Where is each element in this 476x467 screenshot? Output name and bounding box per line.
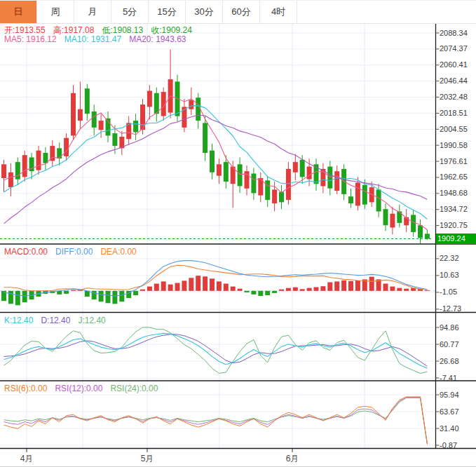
legend-label: K:: [4, 316, 12, 325]
legend-item: DEA:0.00: [100, 247, 136, 257]
axis-tick-label: 26.68: [440, 357, 475, 365]
legend-label: J:: [78, 316, 84, 325]
legend-label: MA10:: [64, 34, 91, 44]
axis-tick-label: 2074.37: [440, 44, 475, 53]
axis-tick-label: 1948.68: [440, 189, 475, 197]
tab-7[interactable]: 60分: [223, 1, 260, 23]
timeframe-tab-bar: 日周月5分15分30分60分4时: [0, 1, 476, 24]
axis-tick-label: 63.67: [440, 407, 475, 416]
axis-tick-label: 2004.55: [440, 125, 475, 133]
month-label: 6月: [280, 453, 304, 465]
legend-value: 1916.12: [26, 34, 56, 44]
tab-6[interactable]: 30分: [186, 1, 223, 23]
legend-item: RSI(12):0.00: [55, 384, 102, 393]
trading-chart-app: 日周月5分15分30分60分4时 开:1913.55高:1917.08低:190…: [0, 0, 476, 467]
legend-label: DEA:: [100, 247, 120, 257]
axis-tick-label: -0.87: [440, 441, 475, 449]
axis-tick-label: 1934.72: [440, 205, 475, 213]
tab-5[interactable]: 15分: [149, 1, 186, 23]
ma20-line: [4, 115, 428, 224]
axis-tick-label: 2060.41: [440, 60, 475, 69]
legend-value: 0.00: [120, 247, 136, 257]
last-price-badge: 1909.24: [436, 234, 476, 244]
legend-value: 0.00: [31, 384, 47, 393]
legend-label: MA20:: [129, 34, 156, 44]
axis-tick-label: 95.94: [440, 391, 475, 399]
axis-tick-label: 2018.51: [440, 109, 475, 117]
axis-tick-label: 10.63: [440, 271, 475, 279]
legend-label: DIFF:: [55, 247, 76, 257]
kdj-legend: K:12.40D:12.40J:12.40: [4, 316, 114, 325]
legend-value: 1913.55: [15, 25, 45, 35]
legend-value: 0.00: [76, 247, 93, 257]
rsi-legend: RSI(6):0.00RSI(12):0.00RSI(24):0.00: [4, 384, 165, 393]
axis-tick-label: -1.05: [440, 287, 475, 296]
legend-label: 收:: [151, 25, 161, 35]
ma-legend: MA5: 1916.12MA10: 1931.47MA20: 1943.63: [4, 34, 194, 44]
legend-item: DIFF:0.00: [55, 247, 93, 257]
axis-tick-label: 22.32: [440, 254, 475, 262]
legend-label: RSI(6):: [4, 384, 31, 393]
legend-item: RSI(24):0.00: [110, 384, 158, 393]
macd-legend: MACD:0.00DIFF:0.00DEA:0.00: [4, 247, 144, 257]
legend-item: MA20: 1943.63: [129, 34, 186, 44]
macd-layer: [0, 261, 435, 306]
legend-value: 1943.63: [156, 34, 186, 44]
axis-tick-label: 1976.61: [440, 157, 475, 165]
axis-tick-label: 1920.75: [440, 221, 475, 229]
axis-tick-label: 94.86: [440, 323, 475, 332]
axis-tick-label: 1962.65: [440, 172, 475, 181]
legend-label: 开:: [4, 25, 15, 35]
legend-label: MACD:: [4, 247, 32, 257]
rsi6-line: [4, 397, 428, 445]
axis-tick-label: 31.40: [440, 424, 475, 433]
legend-label: RSI(12):: [55, 384, 86, 393]
month-label: 5月: [135, 453, 159, 465]
legend-item: 收:1909.24: [151, 25, 192, 35]
legend-item: D:12.40: [41, 316, 70, 325]
d-line: [4, 334, 428, 367]
rsi-layer: [4, 397, 428, 445]
legend-value: 1909.24: [162, 25, 192, 35]
legend-value: 1908.13: [113, 25, 143, 35]
legend-value: 12.40: [85, 316, 106, 325]
legend-value: 1917.08: [64, 25, 94, 35]
legend-item: K:12.40: [4, 316, 33, 325]
legend-value: 12.40: [12, 316, 33, 325]
legend-item: RSI(6):0.00: [4, 384, 47, 393]
legend-value: 12.40: [49, 316, 70, 325]
axis-tick-label: 2088.34: [440, 29, 475, 37]
tab-1[interactable]: 日: [0, 1, 37, 23]
legend-item: 低:1908.13: [102, 25, 143, 35]
panel-separators: [0, 23, 476, 467]
tab-2[interactable]: 周: [37, 1, 74, 23]
tab-3[interactable]: 月: [74, 1, 111, 23]
legend-label: D:: [41, 316, 49, 325]
legend-value: 1931.47: [91, 34, 121, 44]
legend-item: 开:1913.55: [4, 25, 46, 35]
axis-tick-label: -7.41: [440, 374, 475, 382]
legend-item: 高:1917.08: [53, 25, 95, 35]
axis-tick-label: -12.73: [440, 304, 475, 313]
legend-item: MACD:0.00: [4, 247, 48, 257]
legend-value: 0.00: [86, 384, 102, 393]
axis-tick-label: 2046.44: [440, 76, 475, 85]
tab-4[interactable]: 5分: [111, 1, 149, 23]
legend-label: MA5:: [4, 34, 26, 44]
candlestick-layer: [1, 50, 430, 244]
legend-item: MA10: 1931.47: [64, 34, 121, 44]
tab-8[interactable]: 4时: [260, 1, 297, 23]
legend-label: RSI(24):: [110, 384, 142, 393]
axis-tick-label: 1990.58: [440, 141, 475, 149]
legend-value: 0.00: [32, 247, 48, 257]
legend-label: 低:: [102, 25, 112, 35]
kdj-layer: [4, 327, 428, 374]
chart-canvas[interactable]: [0, 1, 476, 467]
j-line: [4, 327, 428, 374]
month-label: 4月: [15, 453, 39, 465]
legend-value: 0.00: [142, 384, 158, 393]
axis-tick-label: 2032.48: [440, 93, 475, 101]
axis-tick-label: 60.77: [440, 340, 475, 348]
legend-label: 高:: [53, 25, 64, 35]
k-line: [4, 333, 428, 368]
